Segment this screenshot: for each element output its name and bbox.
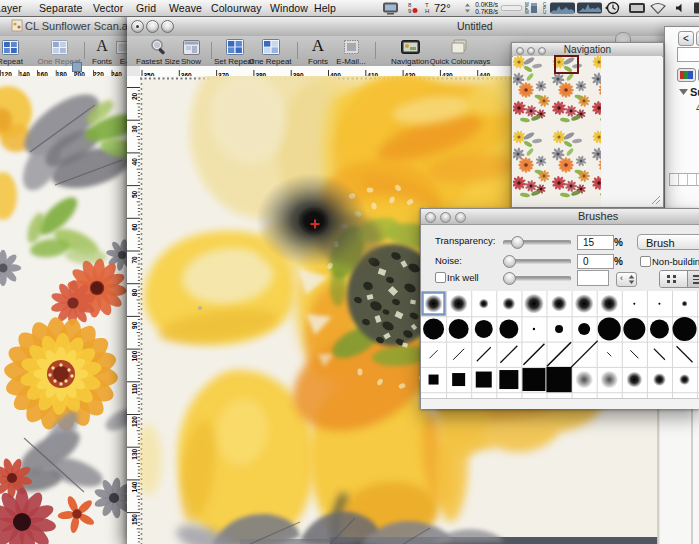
svg-text:9: 9 xyxy=(408,8,412,14)
svg-text:0.0KB/s: 0.0KB/s xyxy=(475,1,499,8)
svg-text:40: 40 xyxy=(131,158,138,166)
svg-text:M: M xyxy=(525,10,529,15)
svg-text:140: 140 xyxy=(131,481,138,492)
svg-text:20: 20 xyxy=(131,92,138,100)
svg-text:72°: 72° xyxy=(434,2,451,14)
svg-text:70: 70 xyxy=(131,256,138,264)
svg-text:150: 150 xyxy=(131,514,138,525)
svg-text:90: 90 xyxy=(131,321,138,329)
svg-text:30: 30 xyxy=(131,125,138,133)
svg-text:0.7KB/s: 0.7KB/s xyxy=(475,8,499,15)
svg-text:100: 100 xyxy=(131,350,138,361)
svg-text:80: 80 xyxy=(131,289,138,297)
svg-text:U: U xyxy=(543,10,546,15)
svg-text:120: 120 xyxy=(131,416,138,427)
svg-text:H: H xyxy=(425,8,429,14)
svg-text:50: 50 xyxy=(131,190,138,198)
svg-text:130: 130 xyxy=(131,448,138,459)
svg-text:110: 110 xyxy=(131,383,138,394)
svg-text:60: 60 xyxy=(131,223,138,231)
